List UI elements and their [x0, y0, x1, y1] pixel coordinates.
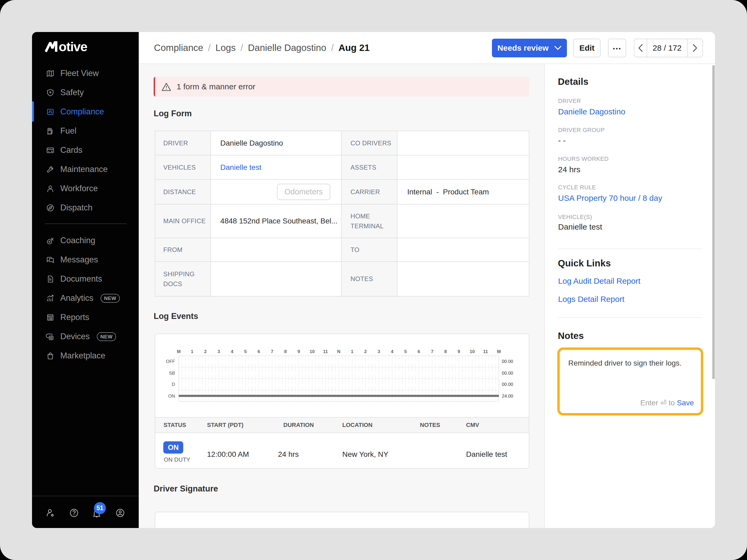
svg-text:9: 9: [298, 349, 300, 354]
svg-text:5: 5: [244, 349, 247, 354]
svg-text:11: 11: [323, 349, 328, 354]
svg-text:ON: ON: [168, 394, 175, 399]
svg-text:00.00: 00.00: [502, 371, 513, 376]
svg-text:5: 5: [404, 349, 407, 354]
svg-text:6: 6: [417, 349, 420, 354]
svg-text:6: 6: [257, 349, 260, 354]
svg-text:24.00: 24.00: [502, 394, 513, 399]
svg-text:7: 7: [271, 349, 273, 354]
svg-text:11: 11: [483, 349, 488, 354]
svg-text:3: 3: [378, 349, 380, 354]
svg-text:00.00: 00.00: [502, 359, 513, 364]
svg-text:8: 8: [444, 349, 446, 354]
svg-text:1: 1: [191, 349, 193, 354]
svg-text:7: 7: [431, 349, 433, 354]
svg-text:D: D: [172, 382, 175, 387]
svg-text:otive: otive: [59, 39, 87, 54]
svg-text:N: N: [337, 349, 340, 354]
svg-text:3: 3: [217, 349, 220, 354]
svg-text:M: M: [177, 349, 181, 354]
svg-text:4: 4: [231, 349, 233, 354]
svg-text:2: 2: [204, 349, 206, 354]
svg-text:8: 8: [284, 349, 286, 354]
svg-text:OFF: OFF: [166, 359, 175, 364]
svg-text:2: 2: [364, 349, 366, 354]
svg-text:SB: SB: [169, 371, 175, 376]
svg-text:9: 9: [458, 349, 460, 354]
svg-text:10: 10: [310, 349, 315, 354]
svg-text:10: 10: [470, 349, 475, 354]
svg-text:1: 1: [351, 349, 353, 354]
svg-text:4: 4: [391, 349, 393, 354]
svg-text:M: M: [497, 349, 501, 354]
svg-text:00.00: 00.00: [502, 382, 513, 387]
